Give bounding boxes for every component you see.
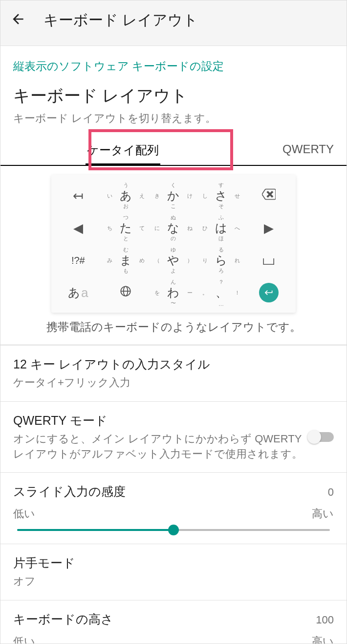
slider-fill xyxy=(17,529,174,531)
key-mode[interactable]: あa xyxy=(54,276,102,309)
key-backspace[interactable] xyxy=(245,180,293,212)
back-button[interactable] xyxy=(10,11,30,29)
item-keyboard-height[interactable]: キーボードの高さ 100 低い 高い xyxy=(0,600,347,644)
key-ma[interactable]: むみまめも xyxy=(102,244,150,276)
tab-keitai[interactable]: ケータイ配列 xyxy=(48,133,197,165)
height-value: 100 xyxy=(316,614,334,626)
item-qwerty-mode[interactable]: QWERTY モード オンにすると、メイン レイアウトにかかわらず QWERTY… xyxy=(0,402,347,473)
item-title: 12 キー レイアウトの入力スタイル xyxy=(13,356,334,372)
key-a[interactable]: ういあえお xyxy=(102,180,150,212)
key-wa[interactable]: んをわー〜 xyxy=(150,276,197,309)
slide-value: 0 xyxy=(328,486,334,499)
slider-low-label: 低い xyxy=(13,506,35,521)
key-na[interactable]: ぬになねの xyxy=(150,212,197,244)
key-sa[interactable]: すしさせそ xyxy=(197,180,245,212)
item-subtitle: ケータイ+フリック入力 xyxy=(13,375,334,391)
keyboard-preview: ↤ ういあえお くきかけこ すしさせそ ◀ つちたてと ぬになねの ふひはへほ … xyxy=(51,175,296,313)
key-ta[interactable]: つちたてと xyxy=(102,212,150,244)
app-header: キーボード レイアウト xyxy=(0,0,347,40)
key-ka[interactable]: くきかけこ xyxy=(150,180,197,212)
slider-high-label: 高い xyxy=(312,506,334,521)
key-ya[interactable]: ゆ（や）よ xyxy=(150,244,197,276)
key-punct[interactable]: ？。、！… xyxy=(197,276,245,309)
globe-icon xyxy=(119,285,132,301)
item-title: スライド入力の感度 xyxy=(13,483,126,500)
qwerty-mode-switch[interactable] xyxy=(308,432,334,442)
slider-low-label: 低い xyxy=(13,634,35,644)
key-undo[interactable]: ↤ xyxy=(54,180,102,212)
arrow-left-icon xyxy=(10,11,26,27)
key-ra[interactable]: るりられろ xyxy=(197,244,245,276)
tab-qwerty[interactable]: QWERTY xyxy=(198,133,347,165)
item-slide-sensitivity[interactable]: スライド入力の感度 0 低い 高い xyxy=(0,473,347,544)
key-space[interactable]: ⌴ xyxy=(245,244,293,276)
layout-tabs: ケータイ配列 QWERTY xyxy=(0,133,347,166)
item-subtitle: オフ xyxy=(13,574,334,589)
undo-arrow-icon: ↤ xyxy=(73,188,84,204)
key-enter[interactable] xyxy=(245,276,293,309)
section-title: キーボード レイアウト xyxy=(13,85,334,107)
key-right[interactable]: ▶ xyxy=(245,212,293,244)
section-subtitle: キーボード レイアウトを切り替えます。 xyxy=(13,111,334,126)
layout-section: 縦表示のソフトウェア キーボードの設定 キーボード レイアウト キーボード レイ… xyxy=(0,46,347,345)
backspace-icon xyxy=(262,187,276,205)
slide-slider[interactable] xyxy=(17,529,330,531)
slider-high-label: 高い xyxy=(312,634,334,644)
item-subtitle: オンにすると、メイン レイアウトにかかわらず QWERTY レイアウトがアルファ… xyxy=(13,432,308,462)
section-label: 縦表示のソフトウェア キーボードの設定 xyxy=(13,59,334,74)
item-title: QWERTY モード xyxy=(13,413,308,429)
space-icon: ⌴ xyxy=(262,253,275,268)
page-title: キーボード レイアウト xyxy=(43,10,198,30)
item-12key-style[interactable]: 12 キー レイアウトの入力スタイル ケータイ+フリック入力 xyxy=(0,345,347,402)
triangle-right-icon: ▶ xyxy=(264,221,274,236)
key-ha[interactable]: ふひはへほ xyxy=(197,212,245,244)
enter-icon xyxy=(259,283,279,302)
tab-label: ケータイ配列 xyxy=(87,143,159,157)
item-title: 片手モード xyxy=(13,555,334,571)
preview-caption: 携帯電話のキーボードのようなレイアウトです。 xyxy=(13,320,334,335)
key-symbols[interactable]: !?# xyxy=(54,244,102,276)
slider-thumb[interactable] xyxy=(168,525,179,535)
key-globe[interactable] xyxy=(102,276,150,309)
key-left[interactable]: ◀ xyxy=(54,212,102,244)
tab-label: QWERTY xyxy=(282,142,334,156)
triangle-left-icon: ◀ xyxy=(73,221,83,236)
item-title: キーボードの高さ xyxy=(13,611,113,627)
item-onehand-mode[interactable]: 片手モード オフ xyxy=(0,544,347,600)
